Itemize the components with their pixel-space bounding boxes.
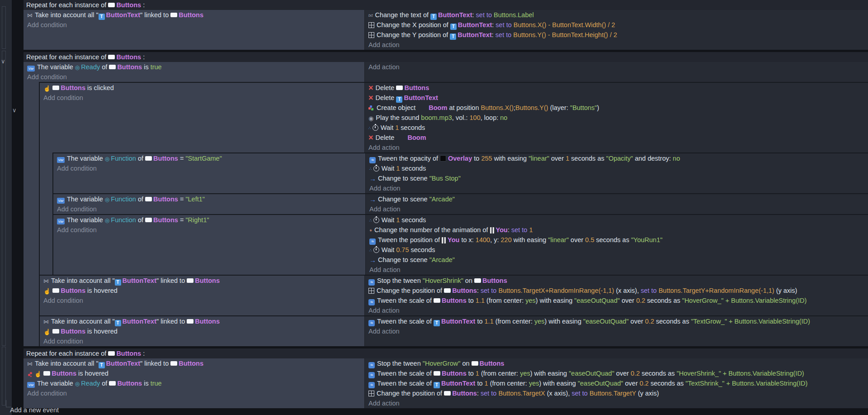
- pick-linked-icon: ⋈: [27, 10, 33, 20]
- action-row[interactable]: →Change to scene "Bus Stop": [366, 173, 868, 183]
- condition-row[interactable]: ☝Buttons is hovered: [40, 326, 364, 336]
- action-row[interactable]: Change the position of Buttons: set to B…: [365, 286, 868, 296]
- condition-row[interactable]: VarThe variable ◎Ready of Buttons is tru…: [24, 62, 364, 72]
- condition-row[interactable]: ⋈Take into account all "TButtonText" lin…: [40, 276, 364, 286]
- add-action-link[interactable]: Add action: [365, 398, 868, 408]
- buttontext-object-icon: T: [434, 382, 440, 388]
- action-row[interactable]: →Change to scene "Arcade": [366, 255, 868, 265]
- events-root: Repeat for each instance of Buttons :⋈Ta…: [12, 0, 868, 410]
- condition-row[interactable]: VarThe variable ◎Function of Buttons = "…: [53, 194, 365, 204]
- add-condition-link[interactable]: Add condition: [40, 336, 364, 346]
- text-segment: ButtonText: [106, 360, 140, 367]
- buttontext-object-icon: T: [450, 24, 457, 30]
- text-segment: to: [467, 297, 476, 304]
- add-action-link[interactable]: Add action: [366, 183, 868, 193]
- tween-icon: ≈: [368, 372, 375, 378]
- action-row[interactable]: ×Delete Boom: [365, 133, 868, 143]
- text-segment: "Right1": [185, 216, 209, 224]
- action-row[interactable]: Change the X position of TButtonText: se…: [365, 20, 868, 30]
- text-segment: ButtonText: [441, 318, 475, 325]
- buttons-object-icon: [444, 288, 451, 293]
- collapse-chevron-icon[interactable]: ∨: [12, 107, 17, 114]
- text-segment: You: [448, 236, 459, 243]
- add-action-link[interactable]: Add action: [365, 62, 868, 72]
- add-condition-link[interactable]: Add condition: [24, 72, 364, 82]
- text-segment: to: [467, 370, 476, 377]
- event-header[interactable]: Repeat for each instance of Buttons :: [24, 348, 868, 358]
- action-row[interactable]: Change the Y position of TButtonText: se…: [365, 30, 868, 40]
- action-row[interactable]: →Change to scene "Arcade": [366, 194, 868, 204]
- text-segment: "TextGrow_" + Buttons.VariableString(ID): [691, 318, 810, 325]
- text-segment: (y axis): [774, 287, 797, 294]
- action-row[interactable]: ≈Tween the scale of TButtonText to 1 (fr…: [365, 378, 868, 388]
- action-row[interactable]: ≈Tween the scale of Buttons to 1 (from c…: [365, 368, 868, 378]
- collapse-chevron-icon[interactable]: ∨: [1, 58, 5, 65]
- buttons-object-icon: [109, 381, 116, 386]
- add-action-link[interactable]: Add action: [365, 40, 868, 50]
- text-segment: over: [623, 380, 639, 387]
- condition-row[interactable]: VarThe variable ◎Function of Buttons = "…: [53, 215, 365, 225]
- add-condition-link[interactable]: Add condition: [40, 93, 364, 103]
- text-segment: to: [475, 318, 484, 325]
- action-row[interactable]: Create object Boom at position Buttons.X…: [365, 103, 868, 113]
- action-row[interactable]: ∴Wait 1 seconds: [366, 215, 868, 225]
- text-segment: "Arcade": [429, 256, 455, 263]
- action-row[interactable]: ≈Stop the tween "HoverShrink" on Buttons: [365, 276, 868, 286]
- delete-icon: ×: [368, 134, 373, 141]
- event-header[interactable]: Repeat for each instance of Buttons :: [24, 0, 868, 10]
- text-segment: (from center:: [479, 370, 520, 377]
- action-row[interactable]: ×Delete TButtonText: [365, 93, 868, 103]
- action-row[interactable]: ≈Tween the position of You to x: 1400, y…: [366, 235, 868, 245]
- add-action-link[interactable]: Add action: [365, 143, 868, 153]
- conditions-cell: VarThe variable ◎Ready of Buttons is tru…: [24, 62, 365, 82]
- inverted-condition-icon: [28, 374, 30, 376]
- text-segment: :: [141, 350, 145, 357]
- text-segment: over: [629, 318, 645, 325]
- add-condition-link[interactable]: Add condition: [53, 204, 365, 214]
- text-segment: to: [472, 155, 481, 162]
- add-condition-link[interactable]: Add condition: [53, 163, 365, 173]
- text-segment: Change to scene: [378, 256, 429, 263]
- condition-row[interactable]: ☝Buttons is hovered: [40, 286, 364, 296]
- action-row[interactable]: ∴Wait 1 seconds: [365, 123, 868, 133]
- action-row[interactable]: Change the position of Buttons: set to B…: [365, 388, 868, 398]
- condition-row[interactable]: ☝Buttons is hovered: [24, 368, 364, 378]
- action-row[interactable]: ◉Play the sound boom.mp3, vol.: 100, loo…: [365, 113, 868, 123]
- action-row[interactable]: ≈Tween the scale of Buttons to 1.1 (from…: [365, 296, 868, 305]
- text-segment: is hovered: [85, 328, 118, 335]
- action-row[interactable]: txtChange the text of TButtonText: set t…: [365, 10, 868, 20]
- add-condition-link[interactable]: Add condition: [53, 225, 365, 235]
- add-action-link[interactable]: Add action: [366, 204, 868, 214]
- action-row[interactable]: ≈Tween the opacity of Overlay to 255 wit…: [366, 153, 868, 163]
- condition-row[interactable]: VarThe variable ◎Ready of Buttons is tru…: [24, 378, 364, 388]
- instance-variable-icon: ◎: [105, 215, 109, 225]
- add-new-event-link[interactable]: Add a new event: [10, 406, 59, 414]
- action-row[interactable]: ≈Stop the tween "HoverGrow" on Buttons: [365, 358, 868, 368]
- action-row[interactable]: ●Change the number of the animation of Y…: [366, 225, 868, 235]
- add-action-link[interactable]: Add action: [365, 305, 868, 315]
- buttons-object-icon: [472, 361, 478, 366]
- action-row[interactable]: ∴Wait 0.75 seconds: [366, 245, 868, 255]
- event-header[interactable]: Repeat for each instance of Buttons :: [24, 52, 868, 62]
- action-row[interactable]: ∴Wait 1 seconds: [366, 163, 868, 173]
- nesting-bracket: [2, 51, 6, 346]
- condition-row[interactable]: ⋈Take into account all "TButtonText" lin…: [40, 316, 364, 326]
- condition-row[interactable]: ⋈Take into account all "TButtonText" lin…: [24, 10, 364, 20]
- add-action-link[interactable]: Add action: [366, 265, 868, 275]
- action-row[interactable]: ×Delete Buttons: [365, 83, 868, 93]
- condition-row[interactable]: ☝Buttons is clicked: [40, 83, 364, 93]
- text-segment: 1400: [476, 236, 490, 243]
- text-segment: Change the position of: [377, 390, 444, 397]
- add-condition-link[interactable]: Add condition: [40, 296, 364, 305]
- condition-row[interactable]: VarThe variable ◎Function of Buttons = "…: [53, 153, 365, 163]
- text-segment: is hovered: [85, 287, 118, 294]
- condition-row[interactable]: ⋈Take into account all "TButtonText" lin…: [24, 358, 364, 368]
- instance-variable-icon: ◎: [75, 379, 80, 388]
- conditions-cell: ⋈Take into account all "TButtonText" lin…: [40, 276, 365, 315]
- add-action-link[interactable]: Add action: [365, 326, 868, 336]
- add-condition-link[interactable]: Add condition: [24, 20, 364, 30]
- text-segment: Change to scene: [378, 196, 429, 203]
- add-condition-link[interactable]: Add condition: [24, 388, 364, 398]
- text-segment: Boom: [429, 104, 447, 111]
- action-row[interactable]: ≈Tween the scale of TButtonText to 1.1 (…: [365, 316, 868, 326]
